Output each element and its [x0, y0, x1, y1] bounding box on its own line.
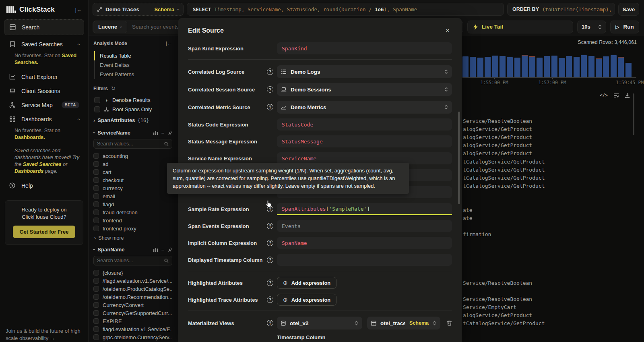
table-row[interactable]: tCatalogService/GetProduct	[463, 159, 545, 165]
histogram-bar-error-cap	[618, 57, 624, 58]
histogram-bar[interactable]	[603, 56, 609, 77]
axis-tick-label: 1:55:00 PM	[480, 80, 508, 85]
close-icon[interactable]: ×	[443, 26, 452, 35]
events-histogram[interactable]	[462, 53, 636, 77]
clickstack-app: ClickStack |← Search Saved Searches › No…	[0, 0, 644, 342]
histogram-bar[interactable]	[611, 55, 617, 77]
table-row[interactable]: tCatalogService/GetProduct	[463, 183, 545, 189]
histogram-bar[interactable]	[514, 58, 520, 77]
table-row[interactable]: firmation	[463, 231, 491, 237]
table-row[interactable]: Service/EmptyCart	[463, 304, 516, 310]
histogram-bar[interactable]	[470, 57, 476, 77]
field-correlated-metric-source: Correlated Metric Source ? Demo Metrics	[188, 101, 452, 114]
table-row[interactable]: ate	[463, 215, 472, 221]
histogram-bar[interactable]	[559, 58, 565, 77]
table-row[interactable]: alogService/GetProduct	[463, 312, 532, 318]
help-icon[interactable]: ?	[267, 257, 273, 263]
select-chevrons-icon	[444, 105, 448, 110]
table-row[interactable]: tCatalogService/GetProduct	[463, 320, 545, 326]
schema-link[interactable]: Schema	[409, 320, 429, 326]
histogram-bar[interactable]	[625, 63, 632, 77]
code-view-icon[interactable]: </>	[600, 93, 608, 98]
help-icon[interactable]: ?	[267, 296, 273, 303]
histogram-bar[interactable]	[596, 58, 602, 77]
select-chevrons-icon	[444, 87, 448, 92]
help-icon[interactable]: ?	[267, 86, 273, 93]
help-icon[interactable]: ?	[267, 223, 273, 229]
table-row[interactable]: Service/ResolveBoolean	[463, 118, 532, 124]
field-implicit-column: Implicit Column Expression ? SpanName	[188, 237, 452, 249]
histogram-bar[interactable]	[588, 56, 594, 77]
database-select[interactable]: otel_v2	[277, 317, 362, 330]
histogram-bar[interactable]	[492, 56, 498, 77]
select-value: otel_traces_1n	[380, 320, 405, 326]
table-row[interactable]: Service/ResolveBoolean	[463, 296, 532, 302]
table-row[interactable]: tCatalogService/GetProduct	[463, 167, 545, 173]
metric-source-select[interactable]: Demo Metrics	[277, 101, 452, 114]
status-code-input[interactable]: StatusCode	[277, 118, 452, 131]
table-row[interactable]: tCatalogService/GetProduct	[463, 175, 545, 181]
field-status-code: Status Code Expression StatusCode	[188, 118, 452, 131]
field-highlighted-trace-attributes: Highlighted Trace Attributes ? ⊕Add expr…	[188, 294, 452, 306]
histogram-bar[interactable]	[566, 56, 572, 77]
field-label: Service Name Expression	[188, 155, 267, 162]
sample-rate-input[interactable]: SpanAttributes['SampleRate']	[277, 203, 452, 215]
add-expression-button[interactable]: ⊕Add expression	[277, 294, 336, 306]
button-label: Add expression	[291, 297, 331, 303]
table-select[interactable]: otel_traces_1n Schema	[367, 317, 440, 330]
table-row[interactable]: alogService/GetProduct	[463, 150, 532, 156]
histogram-bar[interactable]	[522, 55, 528, 77]
select-chevrons-icon	[433, 321, 436, 325]
field-materialized-views: Materialized Views ? otel_v2 otel_traces…	[188, 317, 452, 330]
histogram-bar[interactable]	[507, 57, 513, 77]
field-sample-rate: Sample Rate Expression ? SpanAttributes[…	[188, 203, 452, 215]
table-row[interactable]: alogService/GetProduct	[463, 142, 532, 148]
help-icon[interactable]: ?	[267, 320, 273, 326]
histogram-bar[interactable]	[462, 56, 469, 77]
axis-tick	[631, 78, 631, 79]
select-value: Demo Logs	[291, 69, 320, 75]
span-kind-input[interactable]: SpanKind	[277, 42, 452, 54]
histogram-bar[interactable]	[500, 56, 506, 77]
table-row[interactable]: alogService/GetProduct	[463, 134, 532, 140]
help-icon[interactable]: ?	[267, 240, 273, 246]
field-value: StatusMessage	[282, 139, 323, 145]
plus-circle-icon: ⊕	[283, 296, 288, 303]
metrics-chart-icon	[281, 105, 287, 110]
help-icon[interactable]: ?	[267, 104, 273, 110]
table-row[interactable]: alogService/GetProduct	[463, 126, 532, 132]
table-row[interactable]: Service/ResolveBoolean	[463, 280, 532, 286]
field-placeholder: Events	[282, 223, 301, 229]
histogram-bar[interactable]	[581, 55, 587, 77]
download-icon[interactable]	[625, 93, 630, 98]
log-source-select[interactable]: Demo Logs	[277, 65, 452, 78]
histogram-bar[interactable]	[537, 58, 543, 77]
axis-tick	[552, 78, 553, 79]
histogram-bar[interactable]	[544, 56, 550, 77]
trash-icon[interactable]	[447, 320, 452, 326]
histogram-bar[interactable]	[529, 56, 535, 77]
session-source-select[interactable]: Demo Sessions	[277, 83, 452, 96]
help-icon[interactable]: ?	[267, 68, 273, 75]
implicit-column-input[interactable]: SpanName	[277, 237, 452, 249]
histogram-bar[interactable]	[477, 58, 483, 77]
histogram-bar[interactable]	[551, 56, 557, 77]
modal-scrollbar[interactable]	[458, 112, 460, 204]
status-message-input[interactable]: StatusMessage	[277, 135, 452, 147]
field-label: Highlighted Attributes	[188, 280, 267, 286]
laptop-icon	[281, 87, 287, 92]
histogram-bar[interactable]	[618, 57, 624, 77]
histogram-bar[interactable]	[485, 57, 491, 77]
add-expression-button[interactable]: ⊕Add expression	[277, 277, 336, 289]
span-events-input[interactable]: Events	[277, 220, 452, 232]
table-row[interactable]: ate	[463, 207, 472, 213]
help-icon[interactable]: ?	[267, 280, 273, 286]
displayed-timestamp-input[interactable]	[277, 254, 452, 266]
field-label: Materialized Views	[188, 320, 267, 326]
results-scrollbar[interactable]	[633, 93, 634, 135]
histogram-bar-error-cap	[522, 55, 528, 56]
wrap-lines-icon[interactable]	[613, 93, 619, 98]
button-label: Add expression	[291, 280, 331, 286]
field-label: Span Events Expression	[188, 223, 267, 229]
histogram-bar[interactable]	[574, 57, 580, 77]
